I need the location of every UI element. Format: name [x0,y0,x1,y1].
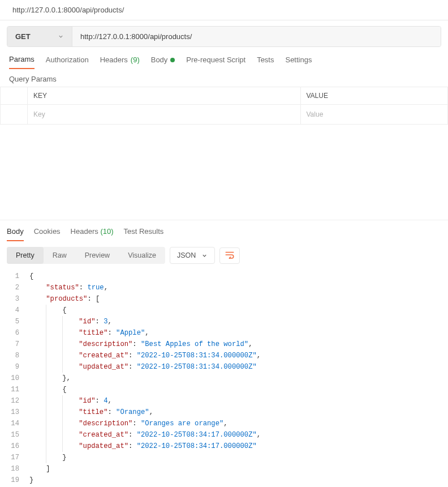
resp-headers-label: Headers [71,227,98,236]
table-row: Key Value [1,105,448,125]
row-checkbox-cell[interactable] [1,105,28,125]
http-method-value: GET [15,32,31,41]
request-url-input[interactable]: http://127.0.0.1:8000/api/products/ [72,27,441,46]
line-number: 9 [0,361,29,373]
checkbox-column-header [1,87,28,105]
line-number: 10 [0,373,29,384]
tab-headers[interactable]: Headers (9) [100,55,140,69]
line-number: 6 [0,327,29,339]
value-input[interactable]: Value [300,105,448,125]
tab-params[interactable]: Params [9,55,35,69]
tab-headers-count: (9) [131,55,140,64]
tab-body-label: Body [151,55,168,64]
chevron-down-icon [58,33,64,40]
body-active-dot-icon [170,58,175,62]
resp-tab-body[interactable]: Body [7,227,24,241]
table-header-row: KEY VALUE [1,87,448,105]
view-raw-button[interactable]: Raw [44,247,76,264]
line-number: 13 [0,407,29,418]
value-column-header: VALUE [300,87,448,105]
request-tab-title[interactable]: http://127.0.0.1:8000/api/products/ [0,0,448,20]
line-number: 3 [0,293,29,305]
http-method-select[interactable]: GET [7,27,72,46]
line-number: 2 [0,282,29,293]
request-tabs: Params Authorization Headers (9) Body Pr… [0,47,448,69]
view-mode-group: Pretty Raw Preview Visualize [7,247,165,264]
line-number: 14 [0,418,29,429]
line-number: 4 [0,305,29,316]
line-number: 12 [0,395,29,407]
query-params-table: KEY VALUE Key Value [0,87,448,125]
format-select[interactable]: JSON [170,247,215,264]
tab-headers-label: Headers [100,55,128,64]
response-tabs: Body Cookies Headers (10) Test Results [0,220,448,241]
resp-tab-cookies[interactable]: Cookies [34,227,61,241]
resp-tab-test-results[interactable]: Test Results [124,227,164,241]
line-number: 16 [0,441,29,452]
line-number: 7 [0,339,29,350]
response-body-code[interactable]: 1{ 2 "status": true, 3 "products": [ 4 {… [0,270,448,487]
view-preview-button[interactable]: Preview [76,247,119,264]
format-label: JSON [177,251,196,259]
query-params-heading: Query Params [0,69,448,87]
line-number: 1 [0,271,29,282]
request-bar: GET http://127.0.0.1:8000/api/products/ [7,26,441,47]
spacer [0,125,448,220]
chevron-down-icon [201,253,208,259]
line-number: 11 [0,384,29,395]
view-visualize-button[interactable]: Visualize [119,247,165,264]
resp-headers-count: (10) [100,227,113,236]
tab-settings[interactable]: Settings [285,55,312,69]
resp-tab-headers[interactable]: Headers (10) [71,227,114,241]
line-number: 8 [0,350,29,361]
wrap-lines-button[interactable] [219,247,240,264]
line-number: 19 [0,475,29,486]
key-input[interactable]: Key [28,105,301,125]
key-column-header: KEY [28,87,301,105]
tab-tests[interactable]: Tests [257,55,274,69]
tab-prerequest[interactable]: Pre-request Script [186,55,245,69]
line-number: 18 [0,463,29,475]
response-view-bar: Pretty Raw Preview Visualize JSON [0,241,448,270]
line-number: 17 [0,452,29,463]
view-pretty-button[interactable]: Pretty [7,247,44,264]
tab-authorization[interactable]: Authorization [46,55,89,69]
tab-body[interactable]: Body [151,55,175,69]
wrap-icon [225,251,235,260]
line-number: 5 [0,316,29,327]
line-number: 15 [0,429,29,441]
